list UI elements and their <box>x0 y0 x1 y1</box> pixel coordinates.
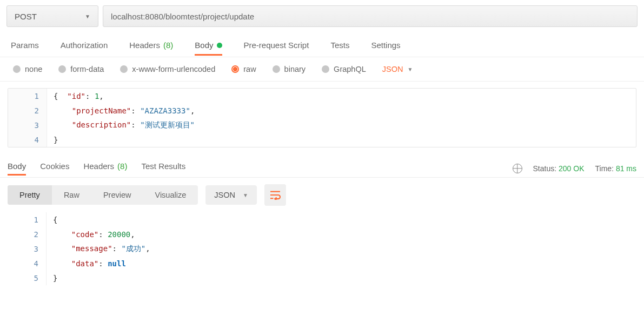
http-method-select[interactable]: POST ▼ <box>6 5 98 27</box>
request-url-input[interactable]: localhost:8080/bloomtest/project/update <box>103 5 638 27</box>
request-body-editor[interactable]: 1{ "id": 1,2 "projectName": "AZAZA3333",… <box>8 88 636 147</box>
code-line: 2 "projectName": "AZAZA3333", <box>8 103 636 118</box>
response-toolbar: Pretty Raw Preview Visualize JSON ▼ <box>0 178 644 212</box>
line-number: 1 <box>8 212 47 227</box>
code-line: 3 "description": "测试更新项目" <box>8 118 636 132</box>
time-label: Time: 81 ms <box>595 164 637 173</box>
line-number: 1 <box>8 89 47 103</box>
response-body-editor[interactable]: 1{2 "code": 20000,3 "message": "成功",4 "d… <box>8 212 636 285</box>
chevron-down-icon: ▼ <box>85 14 90 19</box>
code-content: { "id": 1, <box>47 92 104 100</box>
view-pretty-button[interactable]: Pretty <box>8 185 52 205</box>
status-label: Status: 200 OK <box>533 164 585 173</box>
resp-tab-body[interactable]: Body <box>8 162 26 175</box>
wrap-lines-button[interactable] <box>264 184 286 206</box>
code-line: 4 "data": null <box>8 256 636 271</box>
view-raw-button[interactable]: Raw <box>52 185 91 205</box>
resp-tab-test-results[interactable]: Test Results <box>141 162 185 175</box>
tab-authorization[interactable]: Authorization <box>61 41 108 55</box>
body-type-form-data[interactable]: form-data <box>58 65 104 73</box>
body-type-graphql[interactable]: GraphQL <box>322 65 366 73</box>
code-content: } <box>47 136 58 144</box>
request-tabs: Params Authorization Headers (8) Body Pr… <box>0 33 644 57</box>
radio-icon <box>13 65 21 73</box>
resp-tab-headers[interactable]: Headers (8) <box>83 162 127 175</box>
response-tabs: Body Cookies Headers (8) Test Results St… <box>0 157 644 178</box>
line-number: 4 <box>8 132 47 147</box>
raw-format-select[interactable]: JSON ▼ <box>382 65 413 73</box>
tab-settings[interactable]: Settings <box>371 41 400 55</box>
tab-body[interactable]: Body <box>195 41 222 55</box>
line-number: 5 <box>8 271 47 285</box>
radio-icon <box>231 65 239 73</box>
globe-icon[interactable] <box>513 164 522 173</box>
view-visualize-button[interactable]: Visualize <box>143 185 198 205</box>
code-line: 2 "code": 20000, <box>8 227 636 241</box>
tab-tests[interactable]: Tests <box>330 41 349 55</box>
headers-count: (8) <box>163 41 173 50</box>
response-format-select[interactable]: JSON ▼ <box>205 185 257 205</box>
body-type-raw[interactable]: raw <box>231 65 256 73</box>
code-line: 1{ <box>8 212 636 227</box>
wrap-icon <box>269 190 281 200</box>
chevron-down-icon: ▼ <box>243 192 248 198</box>
tab-params[interactable]: Params <box>11 41 39 55</box>
code-content: "projectName": "AZAZA3333", <box>47 106 195 115</box>
view-preview-button[interactable]: Preview <box>91 185 143 205</box>
body-type-row: none form-data x-www-form-urlencoded raw… <box>0 57 644 82</box>
http-method-value: POST <box>15 12 37 21</box>
body-type-none[interactable]: none <box>13 65 42 73</box>
request-url-value: localhost:8080/bloomtest/project/update <box>111 12 254 21</box>
radio-icon <box>322 65 329 73</box>
tab-headers[interactable]: Headers (8) <box>129 41 173 55</box>
line-number: 2 <box>8 227 47 241</box>
resp-headers-count: (8) <box>117 162 127 171</box>
body-type-urlencoded[interactable]: x-www-form-urlencoded <box>120 65 215 73</box>
radio-icon <box>273 65 280 73</box>
code-line: 1{ "id": 1, <box>8 89 636 103</box>
chevron-down-icon: ▼ <box>407 66 413 72</box>
code-content: } <box>47 274 57 282</box>
status-value: 200 OK <box>559 164 584 173</box>
radio-icon <box>58 65 66 73</box>
body-type-binary[interactable]: binary <box>273 65 306 73</box>
dot-indicator-icon <box>217 43 222 48</box>
response-view-segment: Pretty Raw Preview Visualize <box>8 185 198 205</box>
code-line: 5} <box>8 271 636 285</box>
line-number: 2 <box>8 103 47 118</box>
code-line: 4} <box>8 132 636 147</box>
code-content: "description": "测试更新项目" <box>47 120 195 130</box>
response-meta: Status: 200 OK Time: 81 ms <box>513 164 636 173</box>
radio-icon <box>120 65 128 73</box>
code-content: { <box>47 216 57 224</box>
request-row: POST ▼ localhost:8080/bloomtest/project/… <box>0 0 644 33</box>
line-number: 3 <box>8 118 47 132</box>
tab-prerequest[interactable]: Pre-request Script <box>244 41 309 55</box>
code-content: "data": null <box>47 259 126 268</box>
line-number: 3 <box>8 241 47 256</box>
time-value: 81 ms <box>616 164 636 173</box>
code-content: "code": 20000, <box>47 230 135 239</box>
resp-tab-cookies[interactable]: Cookies <box>40 162 69 175</box>
code-line: 3 "message": "成功", <box>8 241 636 256</box>
line-number: 4 <box>8 256 47 271</box>
code-content: "message": "成功", <box>47 244 150 254</box>
